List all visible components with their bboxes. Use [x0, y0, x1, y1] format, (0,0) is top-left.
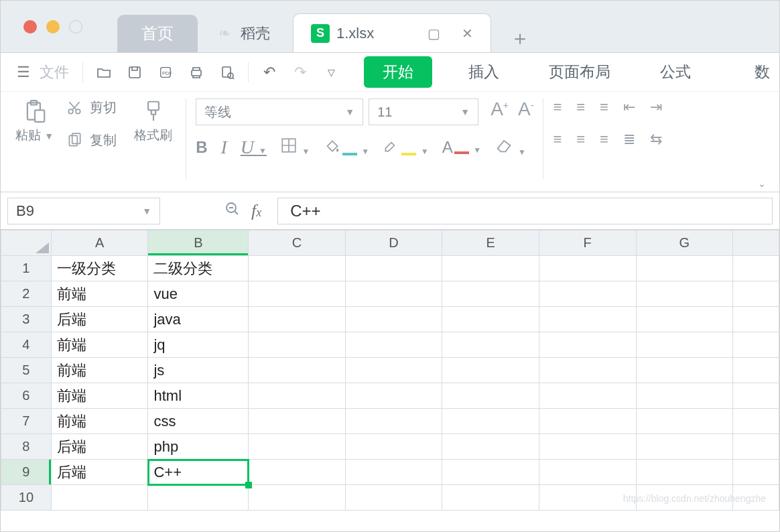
- cell-B1[interactable]: 二级分类: [148, 256, 249, 281]
- decrease-indent-icon[interactable]: ⇤: [623, 98, 635, 116]
- save-icon[interactable]: [123, 61, 146, 84]
- menu-tab-start[interactable]: 开始: [364, 56, 432, 88]
- cell-C8[interactable]: [249, 434, 346, 460]
- menu-tab-layout[interactable]: 页面布局: [535, 58, 624, 86]
- cell-D8[interactable]: [345, 434, 442, 460]
- column-header-partial[interactable]: [733, 230, 779, 256]
- align-center-icon[interactable]: ≡: [576, 131, 585, 148]
- pdf-icon[interactable]: PDF: [154, 61, 177, 84]
- cell-B2[interactable]: vue: [148, 281, 249, 307]
- row-header-7[interactable]: 7: [1, 409, 52, 434]
- file-menu-label[interactable]: 文件: [40, 62, 69, 82]
- cell-B5[interactable]: js: [148, 358, 249, 383]
- spreadsheet-grid[interactable]: ABCDEFG1一级分类二级分类2前端vue3后端java4前端jq5前端js6…: [1, 230, 779, 511]
- italic-icon[interactable]: I: [220, 137, 226, 158]
- cell-F6[interactable]: [539, 383, 636, 409]
- cell-D6[interactable]: [345, 383, 442, 409]
- align-bottom-icon[interactable]: ≡: [600, 98, 608, 116]
- cell-E7[interactable]: [442, 409, 539, 434]
- cell-C6[interactable]: [249, 383, 346, 409]
- cell-D2[interactable]: [345, 281, 442, 307]
- cell-A6[interactable]: 前端: [51, 383, 148, 409]
- cell-F4[interactable]: [539, 332, 636, 358]
- eraser-icon[interactable]: ▼: [495, 136, 526, 159]
- row-header-5[interactable]: 5: [1, 358, 52, 383]
- row-header-3[interactable]: 3: [1, 307, 52, 332]
- align-middle-icon[interactable]: ≡: [576, 98, 585, 116]
- cell-C9[interactable]: [249, 460, 346, 485]
- row-header-8[interactable]: 8: [1, 434, 52, 460]
- print-icon[interactable]: [185, 61, 208, 84]
- fx-label[interactable]: fx: [251, 201, 261, 221]
- cell-partial-5[interactable]: [733, 358, 779, 383]
- cell-D5[interactable]: [345, 358, 442, 383]
- undo-icon[interactable]: ↶: [258, 61, 281, 84]
- name-box[interactable]: B9 ▼: [7, 198, 160, 224]
- cell-partial-3[interactable]: [733, 307, 779, 332]
- cell-C10[interactable]: [249, 485, 346, 511]
- close-tab-icon[interactable]: ✕: [462, 25, 473, 42]
- cell-A10[interactable]: [51, 485, 148, 511]
- quick-access-dropdown-icon[interactable]: ▽: [320, 61, 342, 84]
- redo-icon[interactable]: ↷: [289, 61, 312, 84]
- align-left-icon[interactable]: ≡: [553, 131, 562, 148]
- cell-E3[interactable]: [442, 307, 539, 332]
- formula-input[interactable]: C++: [277, 198, 773, 224]
- cell-C3[interactable]: [249, 307, 346, 332]
- cell-E6[interactable]: [442, 383, 539, 409]
- column-header-E[interactable]: E: [442, 230, 539, 256]
- align-top-icon[interactable]: ≡: [553, 98, 562, 116]
- cell-D4[interactable]: [345, 332, 442, 358]
- cell-E8[interactable]: [442, 434, 539, 460]
- cell-A4[interactable]: 前端: [51, 332, 148, 358]
- cell-F10[interactable]: [539, 485, 636, 511]
- row-header-1[interactable]: 1: [1, 256, 52, 281]
- justify-icon[interactable]: ≣: [623, 131, 635, 148]
- minimize-window-icon[interactable]: [46, 20, 60, 34]
- copy-button[interactable]: 复制: [66, 131, 117, 149]
- row-header-9[interactable]: 9: [1, 460, 52, 485]
- cut-button[interactable]: 剪切: [66, 98, 117, 117]
- cell-A7[interactable]: 前端: [51, 409, 148, 434]
- column-header-G[interactable]: G: [636, 230, 733, 256]
- presentation-mode-icon[interactable]: ▢: [428, 25, 440, 42]
- row-header-6[interactable]: 6: [1, 383, 52, 409]
- column-header-F[interactable]: F: [539, 230, 636, 256]
- cell-C2[interactable]: [249, 281, 346, 307]
- cell-B9[interactable]: C++: [148, 460, 249, 485]
- new-tab-button[interactable]: ＋: [491, 25, 549, 52]
- ribbon-expand-icon[interactable]: ⌄: [758, 178, 766, 189]
- borders-icon[interactable]: ▼: [280, 137, 310, 158]
- column-header-B[interactable]: B: [148, 230, 249, 256]
- cell-D1[interactable]: [345, 256, 442, 281]
- cell-D7[interactable]: [345, 409, 442, 434]
- cell-F8[interactable]: [539, 434, 636, 460]
- cell-A9[interactable]: 后端: [51, 460, 148, 485]
- bold-icon[interactable]: B: [196, 138, 207, 157]
- increase-indent-icon[interactable]: ⇥: [650, 98, 662, 116]
- tab-document[interactable]: S 1.xlsx ▢ ✕: [293, 13, 491, 52]
- row-header-2[interactable]: 2: [1, 281, 52, 307]
- cell-partial-6[interactable]: [733, 383, 779, 409]
- cell-G5[interactable]: [636, 358, 733, 383]
- cell-E1[interactable]: [442, 256, 539, 281]
- open-icon[interactable]: [92, 61, 115, 84]
- menu-tab-formula[interactable]: 公式: [647, 58, 704, 86]
- fill-color-icon[interactable]: ▼: [324, 137, 370, 158]
- cell-partial-2[interactable]: [733, 281, 779, 307]
- cell-E5[interactable]: [442, 358, 539, 383]
- cell-G7[interactable]: [636, 409, 733, 434]
- cell-F5[interactable]: [539, 358, 636, 383]
- cell-A1[interactable]: 一级分类: [51, 256, 148, 281]
- cell-B8[interactable]: php: [148, 434, 249, 460]
- zoom-icon[interactable]: [224, 201, 241, 221]
- cell-G6[interactable]: [636, 383, 733, 409]
- cell-G8[interactable]: [636, 434, 733, 460]
- cell-E10[interactable]: [442, 485, 539, 511]
- cell-B10[interactable]: [148, 485, 249, 511]
- row-header-4[interactable]: 4: [1, 332, 52, 358]
- cell-F2[interactable]: [539, 281, 636, 307]
- column-header-A[interactable]: A: [51, 230, 148, 256]
- cell-F3[interactable]: [539, 307, 636, 332]
- cell-D10[interactable]: [345, 485, 442, 511]
